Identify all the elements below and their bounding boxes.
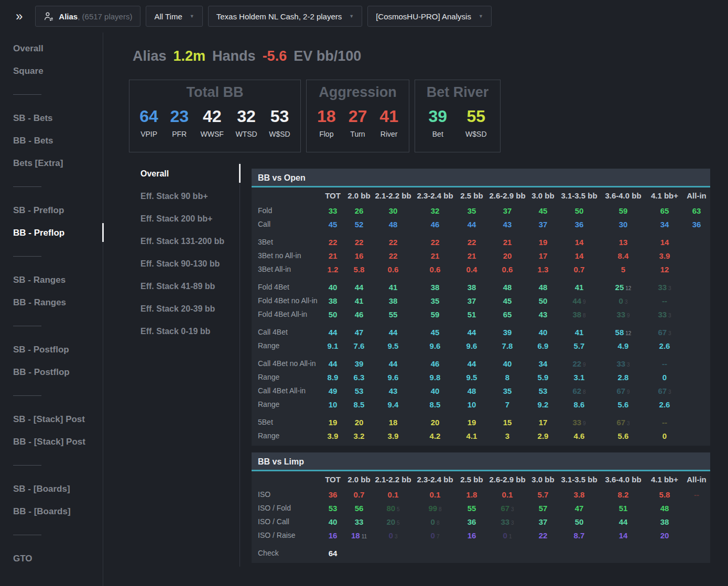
sidebar-item-gto[interactable]: GTO [0, 547, 103, 570]
table-cell: 333 [646, 283, 683, 292]
filter-dropdowns: All Time▼Texas Holdem NL Cash, 2-2 playe… [146, 6, 491, 27]
table-cell: 50 [558, 206, 600, 215]
table-cell: 48 [457, 386, 487, 395]
filter-dropdown-cosmoshu-pro-analysis[interactable]: [CosmosHU-PRO] Analysis▼ [367, 6, 492, 27]
table-cell: 55 [373, 310, 414, 319]
sidebar-item-bb-boards[interactable]: BB - [Boards] [0, 500, 103, 523]
tab-eff-stack-20-39-bb[interactable]: Eff. Stack 20-39 bb [131, 297, 240, 320]
tab-eff-stack-41-89-bb[interactable]: Eff. Stack 41-89 bb [131, 275, 240, 297]
table-cell: 44 [373, 359, 414, 368]
stat-pfr: 23PFR [170, 107, 189, 138]
column-header-2-6-2-9-bb: 2.6-2.9 bb [487, 475, 528, 484]
table-cell: 5.8 [345, 265, 373, 274]
player-selector-button[interactable]: Alias , (6517 players) [35, 6, 140, 27]
table-cell: 6.9 [528, 341, 558, 350]
sidebar-item-overall[interactable]: Overall [0, 37, 103, 60]
table-cell: 30 [600, 220, 646, 229]
table-cell: 20 [414, 418, 457, 427]
stat-label: PFR [170, 130, 189, 138]
sidebar-item-sb-stack-post[interactable]: SB - [Stack] Post [0, 408, 103, 430]
tab-eff-stack-131-200-bb[interactable]: Eff. Stack 131-200 bb [131, 230, 240, 252]
tab-eff-stack-90-bb[interactable]: Eff. Stack 90 bb+ [131, 185, 240, 207]
table-cell: 56 [345, 504, 373, 513]
chevron-down-icon: ▼ [190, 14, 194, 19]
sidebar-item-sb-boards[interactable]: SB - [Boards] [0, 478, 103, 500]
stat-value: 53 [269, 107, 290, 126]
column-header-2-5-bb: 2.5 bb [457, 475, 487, 484]
sidebar-divider [0, 523, 103, 547]
sidebar-item-bb-preflop[interactable]: BB - Preflop [0, 222, 103, 244]
table-cell: 50 [320, 310, 345, 319]
table-cell: 01 [487, 531, 528, 540]
filter-dropdown-label: All Time [154, 12, 182, 21]
table-header-row: TOT2.0 bb2.1-2.2 bb2.3-2.4 bb2.5 bb2.6-2… [252, 471, 710, 488]
table-row-iso-raise: ISO / Raise16181103071601228.71420 [252, 528, 710, 542]
table-row-3bet: 3Bet22222222222119141314 [252, 235, 710, 249]
column-header-3-1-3-5-bb: 3.1-3.5 bb [558, 191, 600, 200]
summary-hands-value: 1.2m [173, 48, 206, 64]
sidebar-item-bb-bets[interactable]: BB - Bets [0, 129, 103, 152]
table-title: BB vs Limp [252, 452, 710, 471]
sidebar-item-square[interactable]: Square [0, 60, 103, 82]
table-cell: 8.5 [345, 400, 373, 409]
row-label: ISO [252, 490, 320, 499]
stat-w-sd: 53W$SD [269, 107, 290, 138]
table-cell: 333 [487, 517, 528, 526]
table-cell: 22 [457, 238, 487, 247]
row-label: Fold 4Bet All-in [252, 310, 320, 318]
table-cell: 63 [683, 206, 710, 215]
column-header-all-in: All-in [683, 475, 710, 484]
tab-eff-stack-0-19-bb[interactable]: Eff. Stack 0-19 bb [131, 320, 240, 342]
column-header-2-6-2-9-bb: 2.6-2.9 bb [487, 191, 528, 200]
table-cell: 5.9 [528, 373, 558, 382]
table-cell: 9.4 [373, 400, 414, 409]
filter-dropdown-texas-holdem-nl-cash-2-2-players[interactable]: Texas Holdem NL Cash, 2-2 players▼ [208, 6, 362, 27]
table-cell: 3.1 [558, 373, 600, 382]
table-row-check: Check64 [252, 546, 710, 560]
sidebar-item-bb-ranges[interactable]: BB - Ranges [0, 291, 103, 314]
table-cell: 40 [414, 386, 457, 395]
sidebar-item-sb-postflop[interactable]: SB - Postflop [0, 338, 103, 361]
table-row-range: Range3.93.23.94.24.132.94.65.60 [252, 429, 710, 443]
filter-dropdown-all-time[interactable]: All Time▼ [146, 6, 202, 27]
table-cell: 38 [320, 296, 345, 305]
table-cell: 998 [414, 504, 457, 513]
table-cell: -- [646, 359, 683, 368]
stat-wwsf: 42WWSF [201, 107, 224, 138]
stat-label: W$SD [465, 130, 486, 138]
panel-aggression: Aggression18Flop27Turn41River [306, 80, 409, 152]
summary-alias: Alias [133, 48, 167, 64]
table-cell: 1.2 [320, 265, 345, 274]
table-cell: 34 [528, 359, 558, 368]
table-cell: 37 [487, 206, 528, 215]
stat-value: 39 [428, 107, 447, 126]
table-cell: 9.6 [373, 373, 414, 382]
table-cell: 679 [600, 386, 646, 395]
table-cell: 18 [373, 418, 414, 427]
sidebar-item-bb-postflop[interactable]: BB - Postflop [0, 361, 103, 383]
stat-label: Flop [317, 130, 336, 138]
table-cell: 628 [558, 386, 600, 395]
filter-dropdown-label: [CosmosHU-PRO] Analysis [376, 12, 471, 21]
sidebar-item-bb-stack-post[interactable]: BB - [Stack] Post [0, 430, 103, 453]
column-header-4-1-bb: 4.1 bb+ [646, 475, 683, 484]
player-swap-icon [44, 11, 54, 21]
tab-eff-stack-200-bb[interactable]: Eff. Stack 200 bb+ [131, 207, 240, 230]
sidebar-item-sb-preflop[interactable]: SB - Preflop [0, 199, 103, 222]
sidebar-divider [0, 453, 103, 478]
table-cell: 37 [528, 220, 558, 229]
sidebar-item-sb-bets[interactable]: SB - Bets [0, 107, 103, 129]
tab-eff-stack-90-130-bb[interactable]: Eff. Stack 90-130 bb [131, 252, 240, 275]
panel-title: Aggression [307, 84, 409, 101]
expand-sidebar-button[interactable]: » [16, 10, 23, 23]
table-cell: 0.1 [414, 490, 457, 499]
table-cell: 0.7 [558, 265, 600, 274]
table-cell: 3.9 [320, 432, 345, 440]
sidebar-item-bets-extra[interactable]: Bets [Extra] [0, 152, 103, 174]
table-cell: 38 [646, 517, 683, 526]
table-cell: 8.9 [320, 373, 345, 382]
table-cell: 26 [345, 206, 373, 215]
panel-title: Bet River [415, 84, 500, 101]
sidebar-item-sb-ranges[interactable]: SB - Ranges [0, 269, 103, 291]
tab-overall[interactable]: Overall [131, 162, 240, 185]
